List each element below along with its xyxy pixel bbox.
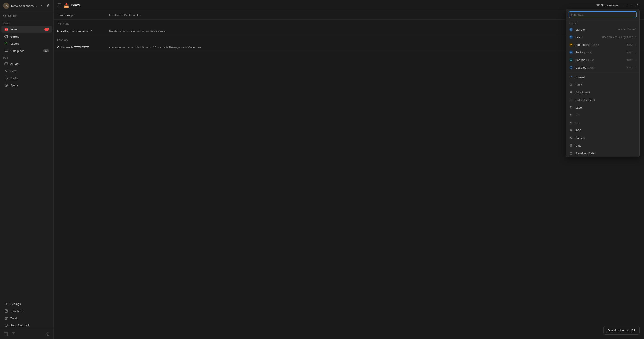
sidebar-item-templates[interactable]: Templates	[1, 308, 52, 314]
filter-label-label: Label	[575, 106, 636, 109]
filter-item-unread[interactable]: Unread	[566, 73, 639, 81]
received-date-filter-icon	[569, 151, 573, 155]
email-row[interactable]: tina.elha, Ludivine, Astrid 7 Re: Achat …	[54, 27, 644, 36]
svg-rect-5	[5, 50, 8, 51]
svg-rect-22	[630, 6, 633, 6]
promotions-chevron-icon: ›	[635, 44, 636, 46]
filter-mailbox-label: Mailbox	[575, 28, 615, 31]
social-chevron-icon: ›	[635, 51, 636, 54]
filter-bcc-label: BCC	[575, 129, 636, 132]
svg-point-27	[571, 52, 572, 52]
sidebar-categories-label: Categories	[10, 49, 24, 52]
email-row[interactable]: Guillaume MITTELETTE message concernant …	[54, 43, 644, 52]
email-subject: Re: Achat immobilier - Compromis de vent…	[109, 30, 640, 33]
sidebar-item-categories[interactable]: Categories 12	[1, 48, 52, 54]
filter-item-bcc[interactable]: BCC	[566, 126, 639, 134]
svg-point-26	[570, 52, 571, 52]
filter-item-to[interactable]: To	[566, 111, 639, 119]
sidebar-item-send-feedback[interactable]: Send feedback	[1, 322, 52, 329]
cc-filter-icon	[569, 121, 573, 125]
filter-search-container	[566, 9, 639, 20]
compose-button[interactable]	[46, 4, 50, 8]
settings-topbar-button[interactable]	[635, 2, 640, 8]
sidebar-item-drafts[interactable]: Drafts	[1, 75, 52, 82]
categories-badge: 12	[43, 49, 49, 52]
sidebar-item-spam[interactable]: Spam	[1, 82, 52, 88]
filter-mailbox-value: contains "Inbox"	[617, 28, 636, 31]
svg-point-34	[570, 107, 571, 108]
labels-icon	[4, 42, 8, 46]
svg-point-31	[571, 76, 572, 77]
label-filter-icon	[569, 106, 573, 110]
svg-rect-39	[570, 152, 572, 154]
filter-updates-value: is not	[627, 66, 633, 69]
trash-icon	[4, 316, 8, 320]
filter-item-forums[interactable]: Forums (Gmail) is not ›	[566, 56, 639, 64]
sidebar-item-labels[interactable]: Labels	[1, 40, 52, 47]
account-chevron-button[interactable]	[40, 4, 44, 8]
sidebar-item-inbox[interactable]: Inbox 1	[1, 26, 52, 33]
list-view-button[interactable]	[629, 2, 634, 8]
email-row[interactable]: Tom Berruyer Feedbacks Pablooo.club	[54, 11, 644, 20]
sidebar-item-trash[interactable]: Trash	[1, 315, 52, 322]
filter-item-received-date[interactable]: Received Date	[566, 149, 639, 157]
drafts-icon	[4, 76, 8, 80]
page-title-inbox-icon: 📥	[64, 3, 69, 8]
filter-item-calendar[interactable]: Calendar event	[566, 96, 639, 104]
from-filter-icon	[569, 35, 573, 39]
bcc-filter-icon	[569, 128, 573, 132]
filter-item-read[interactable]: Read	[566, 81, 639, 88]
sidebar-item-sent[interactable]: Sent	[1, 68, 52, 74]
sidebar-item-all-mail[interactable]: All Mail	[1, 60, 52, 67]
sidebar-header-icons	[40, 4, 50, 8]
filter-item-subject[interactable]: Aa Subject	[566, 134, 639, 142]
filter-item-from[interactable]: From does not contain "github.c..."	[566, 33, 639, 41]
svg-point-16	[48, 335, 48, 336]
search-box[interactable]: Search	[0, 12, 54, 20]
search-label: Search	[8, 14, 17, 18]
notion-icon-btn[interactable]	[3, 332, 8, 337]
download-for-macos-button[interactable]: Download for macOS	[603, 326, 640, 334]
filter-item-updates[interactable]: Updates (Gmail) is not ›	[566, 64, 639, 71]
filter-search-input[interactable]	[569, 12, 636, 18]
view-toggle	[622, 2, 640, 8]
select-all-checkbox[interactable]	[57, 3, 61, 8]
sidebar-inbox-label: Inbox	[10, 28, 18, 31]
sidebar-bottom-icons	[3, 332, 16, 337]
promotions-filter-icon	[569, 43, 573, 47]
filter-promotions-label: Promotions (Gmail)	[575, 43, 624, 46]
filter-read-label: Read	[575, 83, 636, 86]
social-filter-icon	[569, 50, 573, 54]
mail-label: Mail	[0, 54, 54, 60]
svg-rect-11	[5, 310, 8, 312]
filter-item-mailbox[interactable]: Mailbox contains "Inbox"	[566, 26, 639, 33]
svg-rect-28	[570, 59, 572, 60]
sort-new-mail-button[interactable]: Sort new mail	[594, 3, 620, 8]
svg-point-3	[6, 43, 6, 44]
templates-icon	[4, 309, 8, 313]
filter-item-cc[interactable]: CC	[566, 119, 639, 126]
email-subject: message concernant la toiture du 16 rue …	[109, 46, 640, 49]
filter-item-promotions[interactable]: Promotions (Gmail) is not ›	[566, 41, 639, 48]
filter-dropdown: Applied Mailbox contains "Inbox" From do…	[566, 9, 640, 157]
spam-label: Spam	[10, 84, 18, 87]
sort-label: Sort new mail	[601, 4, 618, 7]
sidebar-item-settings[interactable]: Settings	[1, 300, 52, 307]
avatar	[3, 3, 10, 9]
inbox-badge: 1	[44, 28, 49, 31]
help-button[interactable]	[45, 332, 50, 337]
forums-filter-icon	[569, 58, 573, 62]
svg-point-23	[637, 4, 638, 5]
filter-updates-label: Updates (Gmail)	[575, 66, 624, 69]
compact-view-button[interactable]	[622, 2, 628, 8]
filter-item-attachment[interactable]: Attachment	[566, 88, 639, 96]
main-content: 📥 Inbox Sort new mail	[54, 0, 644, 339]
svg-rect-20	[630, 4, 633, 4]
spam-icon	[4, 84, 8, 87]
page-title: Inbox	[71, 3, 80, 8]
docs-icon-btn[interactable]	[11, 332, 16, 337]
filter-item-date[interactable]: Date	[566, 142, 639, 149]
sidebar-item-github[interactable]: GitHub	[1, 33, 52, 40]
filter-item-label[interactable]: Label	[566, 104, 639, 111]
filter-item-social[interactable]: Social (Gmail) is not ›	[566, 48, 639, 56]
